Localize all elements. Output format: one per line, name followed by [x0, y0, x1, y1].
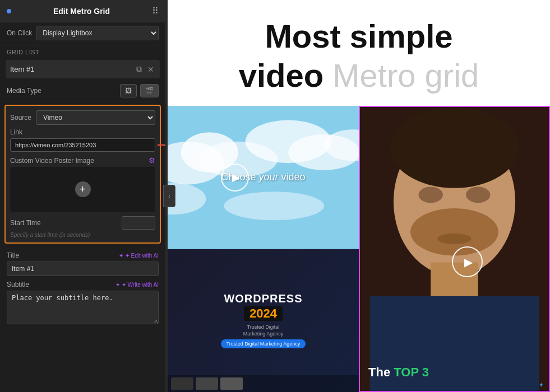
- collapse-panel-button[interactable]: ‹: [163, 185, 175, 207]
- video-grid: ▶ Choose your video WORDPRESS 2024 Trust…: [168, 106, 550, 392]
- thumb3: [220, 377, 243, 390]
- poster-label: Custom Video Poster Image ⚙: [10, 156, 155, 165]
- poster-settings-icon[interactable]: ⚙: [149, 156, 155, 165]
- right-panel: Most simple video Metro grid: [168, 0, 550, 392]
- red-arrow-indicator: [156, 139, 165, 151]
- start-time-label: Start Time: [10, 219, 117, 227]
- brand-dot: [7, 9, 11, 13]
- wp-bottom-strip: [168, 375, 359, 392]
- man-svg: [360, 107, 549, 391]
- wp-content: WORDPRESS 2024 Trusted DigitalMarketing …: [215, 287, 312, 354]
- header-right-icons: ⠿: [152, 6, 159, 16]
- panel-body: On Click Display Lightbox Grid List ⧉ ✕ …: [0, 22, 165, 392]
- svg-point-17: [466, 187, 490, 203]
- link-label: Link: [10, 128, 155, 136]
- panel-header: Edit Metro Grid ⠿: [0, 0, 165, 22]
- play-icon-man: ▶: [464, 255, 473, 269]
- grid-right[interactable]: ▶ The TOP 3 ✦: [359, 106, 550, 392]
- start-time-hint: Specify a start time (in seconds): [10, 232, 155, 238]
- svg-point-10: [224, 192, 324, 220]
- image-media-icon[interactable]: 🖼: [120, 84, 137, 97]
- wp-sub: Trusted DigitalMarketing Agency: [221, 324, 306, 337]
- svg-point-13: [390, 107, 519, 188]
- sky-content: ▶ Choose your video: [221, 171, 305, 183]
- write-with-ai-button[interactable]: ✦ ✦ Write with AI: [115, 282, 159, 288]
- shirt-logo: ✦: [539, 382, 543, 388]
- title-section: Title ✦ ✦ Edit with AI Subtitle ✦ ✦ Writ…: [0, 247, 165, 331]
- svg-point-16: [419, 187, 443, 203]
- media-type-row: Media Type 🖼 🎬: [0, 81, 165, 101]
- top3-text: TOP 3: [394, 365, 429, 379]
- subtitle-label-row: Subtitle ✦ ✦ Write with AI: [7, 281, 159, 288]
- copy-item-button[interactable]: ⧉: [135, 63, 143, 75]
- red-arrow-icon: [156, 139, 165, 151]
- panel-title: Edit Metro Grid: [53, 7, 110, 16]
- media-type-icons: 🖼 🎬: [120, 84, 159, 97]
- start-time-input[interactable]: [122, 216, 155, 230]
- edit-with-ai-button[interactable]: ✦ ✦ Edit with AI: [119, 253, 159, 259]
- play-icon: ▶: [232, 171, 240, 184]
- video-media-icon[interactable]: 🎬: [140, 84, 159, 97]
- source-row: Source Vimeo YouTube Self Hosted: [10, 110, 155, 125]
- link-input[interactable]: [10, 138, 155, 152]
- grid-left: ▶ Choose your video WORDPRESS 2024 Trust…: [168, 106, 359, 392]
- source-section: Source Vimeo YouTube Self Hosted Link: [4, 105, 161, 244]
- on-click-row: On Click Display Lightbox: [0, 22, 165, 45]
- title-label: Title: [7, 251, 19, 259]
- item-row-icons: ⧉ ✕: [135, 63, 155, 75]
- heading-video: video: [239, 56, 324, 95]
- media-type-label: Media Type: [7, 87, 115, 95]
- delete-item-button[interactable]: ✕: [146, 63, 155, 75]
- title-label-row: Title ✦ ✦ Edit with AI: [7, 251, 159, 259]
- ai-star-icon: ✦: [119, 253, 123, 259]
- header-left-icons: [7, 9, 11, 13]
- grid-list-label: Grid List: [0, 45, 165, 58]
- start-time-row: Start Time: [10, 216, 155, 230]
- svg-point-18: [410, 208, 498, 255]
- title-input[interactable]: [7, 262, 159, 276]
- source-select[interactable]: Vimeo YouTube Self Hosted: [36, 110, 155, 125]
- ai-star-icon-2: ✦: [115, 282, 120, 288]
- wp-cell[interactable]: WORDPRESS 2024 Trusted DigitalMarketing …: [168, 249, 359, 392]
- link-input-row: [10, 138, 155, 152]
- heading-metro-grid: Metro grid: [332, 56, 479, 95]
- main-heading: Most simple video Metro grid: [168, 0, 550, 106]
- item-row: ⧉ ✕: [6, 60, 160, 78]
- svg-point-19: [437, 234, 471, 244]
- thumb1: [171, 377, 193, 390]
- on-click-label: On Click: [7, 29, 32, 37]
- man-play-button[interactable]: ▶: [452, 246, 483, 277]
- on-click-select[interactable]: Display Lightbox: [36, 26, 159, 40]
- man-background: [360, 107, 549, 391]
- left-panel: Edit Metro Grid ⠿ On Click Display Light…: [0, 0, 165, 392]
- wp-title: WORDPRESS: [221, 292, 306, 305]
- subtitle-label: Subtitle: [7, 281, 29, 288]
- left-grid-inner: ▶ Choose your video WORDPRESS 2024 Trust…: [168, 106, 359, 392]
- item-name-input[interactable]: [10, 65, 132, 73]
- add-poster-button[interactable]: +: [75, 181, 91, 197]
- subtitle-textarea[interactable]: Place your subtitle here.: [7, 291, 159, 324]
- sky-cell[interactable]: ▶ Choose your video: [168, 106, 359, 249]
- the-text: The: [368, 365, 394, 379]
- thumb2: [196, 377, 218, 390]
- poster-area[interactable]: +: [10, 167, 155, 212]
- wp-agency-btn: Trusted Digital Marketing Agency: [221, 339, 306, 348]
- apps-icon[interactable]: ⠿: [152, 6, 159, 16]
- heading-main: Most simple: [265, 17, 452, 56]
- wp-year: 2024: [244, 306, 283, 321]
- source-label: Source: [10, 114, 31, 122]
- sky-play-button[interactable]: ▶: [221, 164, 249, 192]
- plus-icon: +: [80, 184, 86, 195]
- man-text-overlay: The TOP 3: [368, 365, 429, 380]
